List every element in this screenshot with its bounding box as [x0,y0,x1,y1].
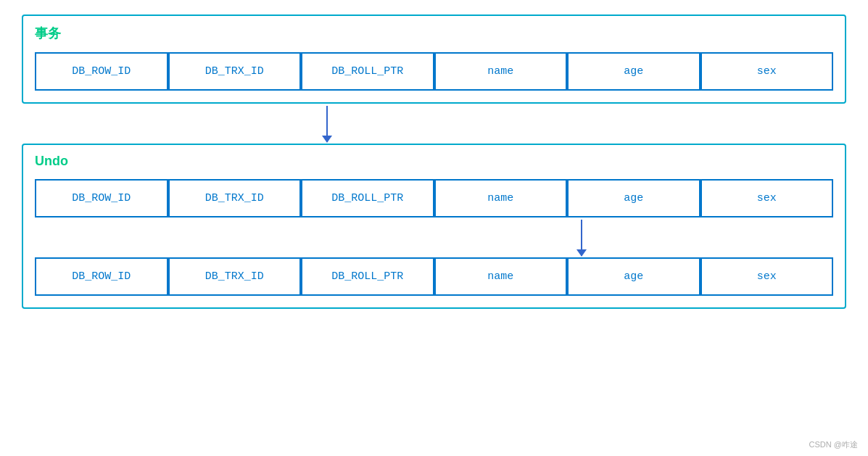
watermark: CSDN @咋途 [809,439,858,450]
undo-record-row-2: DB_ROW_ID DB_TRX_ID DB_ROLL_PTR name age… [35,257,833,296]
undo1-cell-0: DB_ROW_ID [35,179,168,217]
wu-record-row: DB_ROW_ID DB_TRX_ID DB_ROLL_PTR name age… [35,52,833,91]
main-container: 事务 DB_ROW_ID DB_TRX_ID DB_ROLL_PTR name … [0,0,868,456]
undo-record-row-1: DB_ROW_ID DB_TRX_ID DB_ROLL_PTR name age… [35,179,833,217]
wu-box: 事务 DB_ROW_ID DB_TRX_ID DB_ROLL_PTR name … [22,14,846,104]
wu-cell-4: age [567,52,700,91]
undo2-cell-0: DB_ROW_ID [35,257,168,296]
arrow-line-1 [326,106,328,142]
wu-cell-0: DB_ROW_ID [35,52,168,91]
undo1-cell-3: name [434,179,568,217]
wu-cell-1: DB_TRX_ID [168,52,302,91]
undo1-cell-4: age [567,179,700,217]
undo2-cell-4: age [567,257,700,296]
undo-box: Undo DB_ROW_ID DB_TRX_ID DB_ROLL_PTR nam… [22,144,846,309]
wu-cell-2: DB_ROLL_PTR [301,52,434,91]
undo-section: Undo DB_ROW_ID DB_TRX_ID DB_ROLL_PTR nam… [22,144,846,434]
layout: 事务 DB_ROW_ID DB_TRX_ID DB_ROLL_PTR name … [22,14,846,434]
arrow-zone-1 [22,104,846,144]
wu-section: 事务 DB_ROW_ID DB_TRX_ID DB_ROLL_PTR name … [22,14,846,104]
wu-label: 事务 [35,25,833,42]
undo2-cell-3: name [434,257,568,296]
undo1-cell-5: sex [700,179,834,217]
arrow-zone-2 [35,217,833,257]
wu-cell-3: name [434,52,568,91]
undo2-cell-2: DB_ROLL_PTR [301,257,434,296]
undo-label: Undo [35,154,833,169]
undo1-cell-2: DB_ROLL_PTR [301,179,434,217]
wu-cell-5: sex [700,52,834,91]
arrow-line-2 [581,220,582,256]
undo1-cell-1: DB_TRX_ID [168,179,302,217]
undo2-cell-5: sex [700,257,834,296]
undo2-cell-1: DB_TRX_ID [168,257,302,296]
